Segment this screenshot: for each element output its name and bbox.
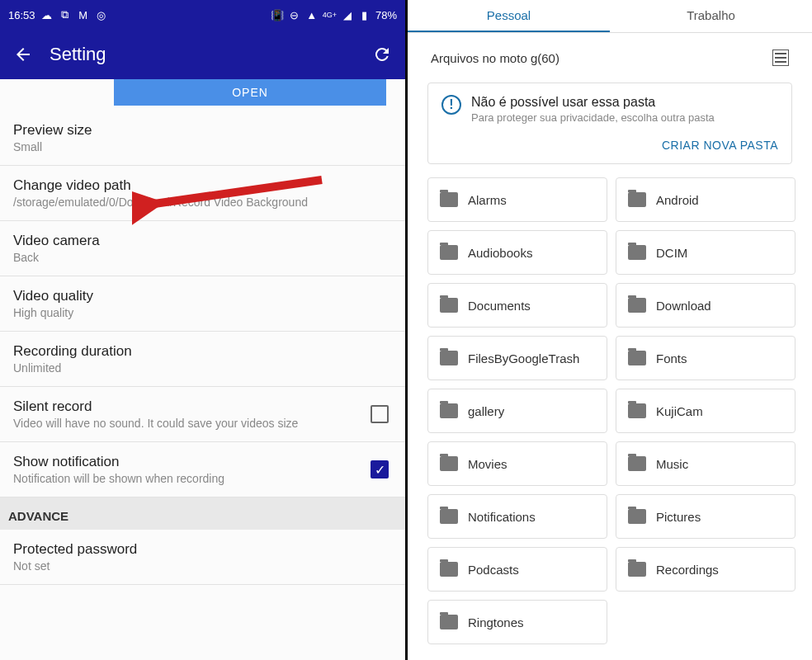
- setting-sub: High quality: [13, 306, 392, 319]
- setting-sub: /storage/emulated/0/Download/Record Vide…: [13, 196, 392, 209]
- folder-item[interactable]: Music: [616, 441, 795, 486]
- folder-icon: [440, 562, 458, 577]
- folder-item[interactable]: Audiobooks: [427, 230, 607, 275]
- status-time: 16:53: [8, 9, 35, 21]
- grid-icon: ⧉: [59, 8, 72, 21]
- folder-label: Pictures: [656, 510, 701, 524]
- folder-item[interactable]: Download: [616, 283, 795, 328]
- folder-item[interactable]: Movies: [427, 441, 607, 486]
- setting-silent-record[interactable]: Silent record Video will have no sound. …: [0, 387, 405, 442]
- setting-title: Preview size: [13, 122, 392, 139]
- tab-personal[interactable]: Pessoal: [408, 0, 610, 32]
- create-folder-button[interactable]: CRIAR NOVA PASTA: [441, 139, 778, 152]
- settings-list: Preview size Small Change video path /st…: [0, 111, 405, 660]
- battery-icon: ▮: [358, 8, 371, 21]
- folder-label: Audiobooks: [468, 246, 532, 260]
- setting-video-camera[interactable]: Video camera Back: [0, 221, 405, 276]
- folder-item[interactable]: DCIM: [616, 230, 795, 275]
- folder-icon: [440, 509, 458, 524]
- setting-recording-duration[interactable]: Recording duration Unlimited: [0, 332, 405, 387]
- info-sub: Para proteger sua privacidade, escolha o…: [471, 111, 778, 124]
- back-icon[interactable]: [13, 45, 33, 64]
- setting-video-quality[interactable]: Video quality High quality: [0, 276, 405, 332]
- location-label: Arquivos no moto g(60): [431, 51, 559, 65]
- setting-sub: Video will have no sound. It could save …: [13, 417, 335, 430]
- folder-item[interactable]: Podcasts: [427, 547, 607, 592]
- setting-title: Video camera: [13, 233, 392, 249]
- folder-icon: [440, 403, 458, 418]
- setting-preview-size[interactable]: Preview size Small: [0, 111, 405, 166]
- folder-icon: [628, 456, 646, 471]
- folder-label: FilesByGoogleTrash: [468, 351, 579, 365]
- folder-label: Android: [656, 193, 699, 207]
- setting-sub: Unlimited: [13, 361, 392, 375]
- folder-item[interactable]: Alarms: [427, 177, 607, 222]
- folder-item[interactable]: Documents: [427, 283, 607, 328]
- info-card: ! Não é possível usar essa pasta Para pr…: [427, 82, 792, 164]
- folder-item[interactable]: Fonts: [616, 336, 795, 380]
- folder-label: Movies: [468, 457, 508, 471]
- folder-label: Download: [656, 299, 711, 313]
- setting-title: Silent record: [13, 398, 392, 415]
- tab-work[interactable]: Trabalho: [610, 0, 812, 32]
- folder-icon: [628, 403, 646, 418]
- folder-item[interactable]: Android: [616, 177, 795, 222]
- setting-change-video-path[interactable]: Change video path /storage/emulated/0/Do…: [0, 166, 405, 221]
- folder-icon: [440, 192, 458, 207]
- status-bar: 16:53 ☁ ⧉ M ◎ 📳 ⊖ ▲ 4G+ ◢ ▮ 78%: [0, 0, 405, 30]
- network-label: 4G+: [323, 11, 337, 19]
- mail-icon: M: [77, 8, 90, 21]
- folder-icon: [440, 351, 458, 365]
- refresh-icon[interactable]: [372, 45, 392, 64]
- folder-icon: [628, 298, 646, 313]
- setting-protected-password[interactable]: Protected password Not set: [0, 530, 405, 585]
- folder-icon: [628, 509, 646, 524]
- silent-record-checkbox[interactable]: [371, 405, 389, 423]
- setting-title: Show notification: [13, 454, 392, 470]
- show-notification-checkbox[interactable]: ✓: [371, 460, 389, 478]
- setting-title: Recording duration: [13, 343, 392, 360]
- instagram-icon: ◎: [95, 8, 108, 21]
- setting-title: Change video path: [13, 177, 392, 194]
- folder-item[interactable]: Notifications: [427, 494, 607, 539]
- folder-label: Fonts: [656, 351, 687, 365]
- settings-screen: 16:53 ☁ ⧉ M ◎ 📳 ⊖ ▲ 4G+ ◢ ▮ 78% Setting …: [0, 0, 408, 660]
- vibrate-icon: 📳: [271, 8, 284, 21]
- folder-label: Documents: [468, 299, 531, 313]
- folder-label: Alarms: [468, 193, 507, 207]
- folder-icon: [628, 562, 646, 577]
- setting-sub: Notification will be shown when recordin…: [13, 472, 392, 485]
- info-title: Não é possível usar essa pasta: [471, 95, 778, 110]
- signal-icon: ◢: [341, 8, 354, 21]
- folder-icon: [628, 245, 646, 260]
- view-list-icon[interactable]: [772, 50, 789, 66]
- file-picker-screen: Pessoal Trabalho Arquivos no moto g(60) …: [408, 0, 812, 660]
- folder-item[interactable]: Recordings: [616, 547, 795, 592]
- folder-label: Recordings: [656, 563, 719, 577]
- folder-item[interactable]: FilesByGoogleTrash: [427, 336, 607, 380]
- location-row: Arquivos no moto g(60): [408, 33, 812, 76]
- folder-icon: [440, 456, 458, 471]
- folder-item[interactable]: Pictures: [616, 494, 795, 539]
- info-icon: !: [441, 95, 461, 115]
- folder-icon: [628, 351, 646, 365]
- setting-show-notification[interactable]: Show notification Notification will be s…: [0, 442, 405, 497]
- folder-grid: AlarmsAndroidAudiobooksDCIMDocumentsDown…: [408, 171, 812, 644]
- folder-item[interactable]: KujiCam: [616, 389, 795, 433]
- setting-sub: Back: [13, 251, 392, 264]
- cloud-icon: ☁: [40, 8, 54, 21]
- wifi-icon: ▲: [305, 8, 319, 21]
- folder-label: Podcasts: [468, 563, 519, 577]
- folder-item[interactable]: Ringtones: [427, 600, 607, 644]
- folder-item[interactable]: gallery: [427, 389, 607, 433]
- folder-label: KujiCam: [656, 404, 703, 418]
- open-button[interactable]: OPEN: [114, 79, 386, 106]
- folder-icon: [440, 298, 458, 313]
- app-bar: Setting: [0, 30, 405, 79]
- folder-label: DCIM: [656, 246, 687, 260]
- setting-title: Video quality: [13, 288, 392, 304]
- folder-icon: [440, 615, 458, 629]
- dnd-icon: ⊖: [288, 8, 301, 21]
- advance-header: ADVANCE: [0, 497, 405, 530]
- setting-sub: Small: [13, 140, 392, 153]
